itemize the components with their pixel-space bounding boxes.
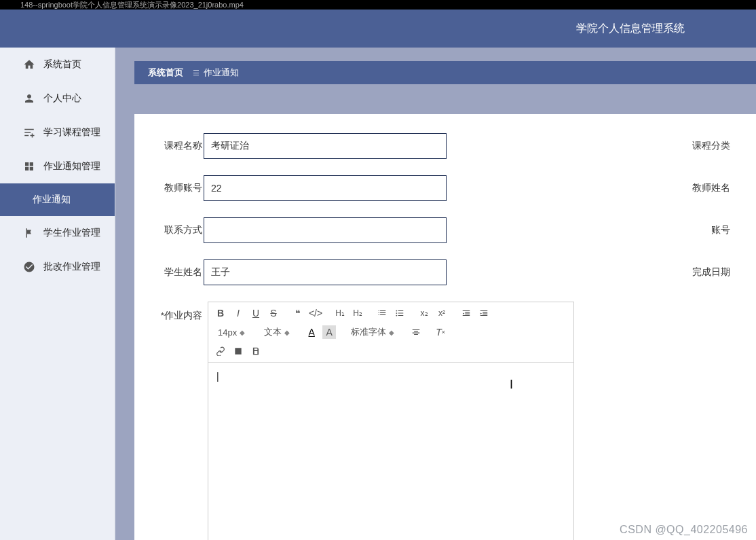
font-family-select[interactable]: 标准字体◆ <box>347 325 398 339</box>
input-course-name[interactable] <box>204 133 447 159</box>
sidebar-item-student-homework[interactable]: 学生作业管理 <box>0 216 115 250</box>
label-content: *作业内容 <box>159 302 202 322</box>
sidebar-item-label: 作业通知 <box>33 194 71 206</box>
subscript-icon[interactable]: x₂ <box>417 306 431 320</box>
link-icon[interactable] <box>214 344 227 358</box>
save-icon[interactable] <box>249 344 263 358</box>
watermark: CSDN @QQ_402205496 <box>620 524 748 536</box>
svg-point-1 <box>396 312 397 314</box>
flag-icon <box>23 227 35 239</box>
clear-format-icon[interactable]: T× <box>434 325 447 339</box>
label-account: 账号 <box>711 224 730 236</box>
input-teacher-account[interactable] <box>204 175 447 201</box>
label-teacher-account: 教师账号 <box>159 182 202 194</box>
sidebar-item-label: 批改作业管理 <box>43 261 100 273</box>
breadcrumb: 系统首页 ☰ 作业通知 <box>134 61 756 84</box>
sidebar-item-label: 作业通知管理 <box>43 160 100 173</box>
window-title: 148--springboot学院个人信息管理系统演示录像2023_21j0ra… <box>20 1 244 9</box>
label-course-category: 课程分类 <box>692 140 730 152</box>
sidebar-item-label: 个人中心 <box>43 92 81 105</box>
bg-color-icon[interactable]: A <box>322 325 336 339</box>
tune-icon <box>23 126 35 139</box>
paragraph-select[interactable]: 文本◆ <box>260 325 294 339</box>
ol-icon[interactable] <box>375 306 389 320</box>
sidebar-item-course-manage[interactable]: 学习课程管理 <box>0 115 115 149</box>
indent-icon[interactable] <box>477 306 491 320</box>
code-icon[interactable]: </> <box>309 306 322 320</box>
sidebar-item-label: 学习课程管理 <box>43 126 100 139</box>
text-color-icon[interactable]: A <box>305 325 318 339</box>
breadcrumb-home[interactable]: 系统首页 <box>148 67 183 79</box>
sidebar-item-grade-homework[interactable]: 批改作业管理 <box>0 250 115 284</box>
form-card: 课程名称 课程分类 教师账号 教师姓名 联系方式 账号 <box>134 114 756 540</box>
rich-text-editor: B I U S ❝ </> H₁ H₂ <box>208 302 574 540</box>
italic-icon[interactable]: I <box>231 306 245 320</box>
sidebar-item-homework-notice[interactable]: 作业通知 <box>0 183 115 216</box>
bold-icon[interactable]: B <box>214 306 227 320</box>
font-size-select[interactable]: 14px◆ <box>214 327 249 338</box>
window-titlebar: 148--springboot学院个人信息管理系统演示录像2023_21j0ra… <box>0 0 756 10</box>
breadcrumb-current: 作业通知 <box>204 67 239 79</box>
input-contact[interactable] <box>204 217 447 243</box>
sidebar: 系统首页 个人中心 学习课程管理 作业通知管理 作业通知 学生作业管理 批改作业… <box>0 48 115 540</box>
sidebar-item-profile[interactable]: 个人中心 <box>0 82 115 115</box>
check-icon <box>23 261 35 273</box>
user-icon <box>23 92 35 105</box>
editor-toolbar: B I U S ❝ </> H₁ H₂ <box>208 302 573 363</box>
label-teacher-name: 教师姓名 <box>692 182 730 194</box>
editor-textarea[interactable] <box>208 363 573 540</box>
sidebar-item-home[interactable]: 系统首页 <box>0 48 115 82</box>
sidebar-item-homework-notice-manage[interactable]: 作业通知管理 <box>0 149 115 183</box>
label-student-name: 学生姓名 <box>159 266 202 278</box>
outdent-icon[interactable] <box>459 306 473 320</box>
strike-icon[interactable]: S <box>267 306 280 320</box>
sidebar-item-label: 学生作业管理 <box>43 227 100 239</box>
input-student-name[interactable] <box>204 259 447 285</box>
superscript-icon[interactable]: x² <box>435 306 449 320</box>
sidebar-item-label: 系统首页 <box>43 58 81 71</box>
underline-icon[interactable]: U <box>249 306 263 320</box>
h1-icon[interactable]: H₁ <box>333 306 347 320</box>
label-complete-date: 完成日期 <box>692 266 730 278</box>
svg-point-2 <box>396 315 397 317</box>
app-header: 学院个人信息管理系统 <box>0 10 756 48</box>
quote-icon[interactable]: ❝ <box>291 306 305 320</box>
label-course-name: 课程名称 <box>159 140 202 152</box>
text-cursor-icon: I <box>510 378 513 392</box>
ul-icon[interactable] <box>393 306 407 320</box>
svg-point-0 <box>396 310 397 312</box>
home-icon <box>23 58 35 71</box>
grid-icon <box>23 160 35 173</box>
breadcrumb-separator-icon: ☰ <box>193 69 200 77</box>
align-icon[interactable] <box>409 325 423 339</box>
h2-icon[interactable]: H₂ <box>351 306 364 320</box>
image-icon[interactable] <box>231 344 245 358</box>
label-contact: 联系方式 <box>159 224 202 236</box>
app-title: 学院个人信息管理系统 <box>576 22 685 36</box>
